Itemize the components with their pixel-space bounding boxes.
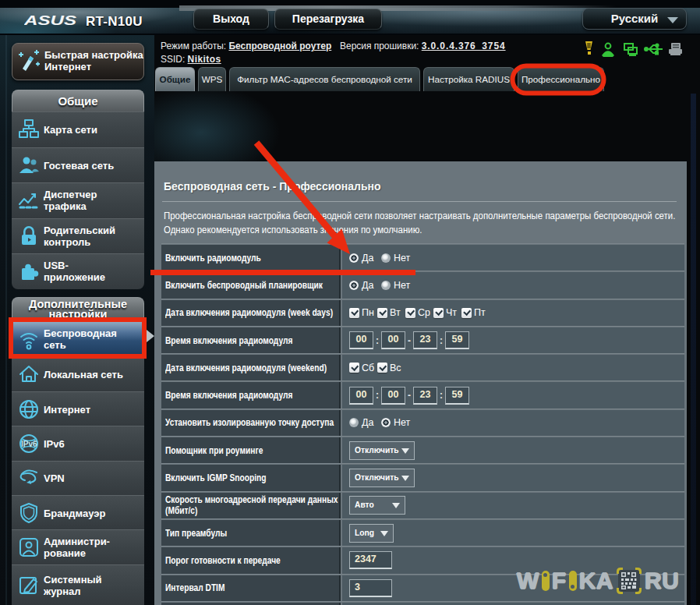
svg-text:IPv6: IPv6 [21, 440, 37, 448]
svg-text:ASUS: ASUS [24, 14, 76, 27]
